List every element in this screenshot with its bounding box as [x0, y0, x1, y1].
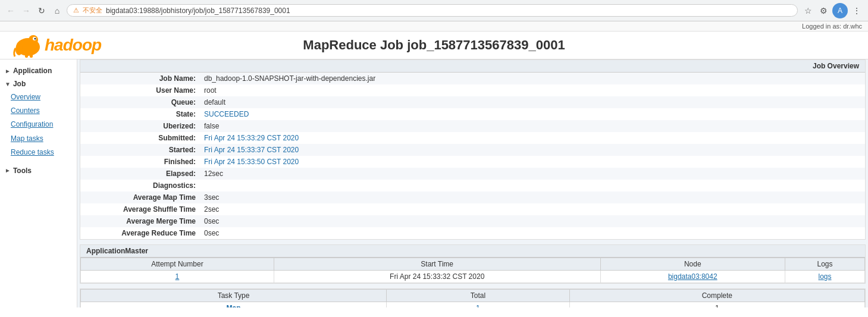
table-row: Elapsed: 12sec — [80, 168, 865, 180]
field-label: Submitted: — [80, 132, 199, 144]
field-label: Average Shuffle Time — [80, 203, 199, 215]
menu-button[interactable]: ⋮ — [850, 4, 863, 17]
field-label: Elapsed: — [80, 168, 199, 180]
field-label: Finished: — [80, 156, 199, 168]
table-row: User Name: root — [80, 84, 865, 96]
application-master-section: ApplicationMaster Attempt Number Start T… — [80, 244, 866, 284]
address-bar[interactable]: ⚠ 不安全 bigdata03:19888/jobhistory/job/job… — [67, 4, 798, 17]
sidebar-tools-section[interactable]: ► Tools — [0, 164, 77, 177]
task-type-map: Map — [81, 302, 387, 308]
field-label: User Name: — [80, 84, 199, 96]
col-total: Total — [387, 290, 570, 302]
home-button[interactable]: ⌂ — [51, 5, 63, 17]
app-header: hadoop MapReduce Job job_1587713567839_0… — [0, 32, 868, 59]
map-link[interactable]: Map — [227, 304, 241, 307]
field-label: Average Reduce Time — [80, 227, 199, 239]
task-summary-section: Task Type Total Complete Map 1 — [80, 288, 866, 307]
sidebar-item-counters[interactable]: Counters — [0, 104, 77, 118]
url-text: bigdata03:19888/jobhistory/job/job_15877… — [106, 7, 791, 15]
sidebar-item-configuration[interactable]: Configuration — [0, 118, 77, 131]
table-row: Queue: default — [80, 96, 865, 108]
browser-bar: ← → ↻ ⌂ ⚠ 不安全 bigdata03:19888/jobhistory… — [0, 0, 868, 21]
elephant-logo-icon — [12, 30, 45, 60]
map-total[interactable]: 1 — [387, 302, 570, 308]
table-row: Map 1 1 — [81, 302, 865, 308]
not-secure-label: 不安全 — [83, 6, 102, 15]
browser-actions: ☆ ⚙ A ⋮ — [801, 3, 863, 18]
am-logs[interactable]: logs — [785, 271, 865, 283]
col-start-time: Start Time — [274, 258, 600, 271]
field-value: 0sec — [199, 215, 865, 227]
back-button[interactable]: ← — [5, 5, 17, 17]
logged-in-bar: Logged in as: dr.whc — [0, 21, 868, 32]
field-label: Diagnostics: — [80, 180, 199, 192]
field-label: Average Merge Time — [80, 215, 199, 227]
sidebar-application-section[interactable]: ► Application — [0, 64, 77, 77]
col-complete: Complete — [569, 290, 864, 302]
content-area: Job Overview Job Name: db_hadoop-1.0-SNA… — [77, 59, 868, 307]
svg-rect-6 — [30, 53, 33, 58]
job-info-table: Job Name: db_hadoop-1.0-SNAPSHOT-jar-wit… — [80, 73, 865, 239]
main-layout: ► Application ▼ Job Overview Counters Co… — [0, 59, 868, 307]
tools-label: Tools — [13, 167, 32, 175]
field-label: Uberized: — [80, 120, 199, 132]
table-row: Finished: Fri Apr 24 15:33:50 CST 2020 — [80, 156, 865, 168]
logo-text: hadoop — [45, 36, 101, 55]
extensions-button[interactable]: ⚙ — [817, 4, 830, 17]
table-header-row: Attempt Number Start Time Node Logs — [81, 258, 865, 271]
job-overview-title: Job Overview — [80, 60, 865, 73]
table-row: Started: Fri Apr 24 15:33:37 CST 2020 — [80, 144, 865, 156]
am-header: ApplicationMaster — [80, 245, 865, 258]
table-row: Uberized: false — [80, 120, 865, 132]
hadoop-logo[interactable]: hadoop — [12, 30, 101, 60]
tools-arrow-icon: ► — [5, 167, 11, 174]
sidebar: ► Application ▼ Job Overview Counters Co… — [0, 59, 77, 307]
table-row: Average Merge Time 0sec — [80, 215, 865, 227]
application-arrow-icon: ► — [5, 68, 11, 74]
user-avatar[interactable]: A — [832, 3, 848, 18]
job-arrow-icon: ▼ — [5, 81, 11, 87]
page-title: MapReduce Job job_1587713567839_0001 — [303, 37, 565, 53]
job-label: Job — [13, 80, 26, 88]
security-icon: ⚠ — [73, 7, 79, 14]
col-attempt-number: Attempt Number — [81, 258, 274, 271]
sidebar-item-reduce-tasks[interactable]: Reduce tasks — [0, 146, 77, 159]
col-task-type: Task Type — [81, 290, 387, 302]
field-label: State: — [80, 108, 199, 120]
svg-point-1 — [15, 43, 23, 55]
sidebar-item-overview[interactable]: Overview — [0, 90, 77, 104]
field-value: default — [199, 96, 865, 108]
reload-button[interactable]: ↻ — [36, 5, 48, 17]
field-value: false — [199, 120, 865, 132]
table-row: Average Shuffle Time 2sec — [80, 203, 865, 215]
logged-in-text: Logged in as: dr.whc — [802, 23, 862, 30]
attempt-number[interactable]: 1 — [81, 271, 274, 283]
field-label: Job Name: — [80, 73, 199, 84]
am-node[interactable]: bigdata03:8042 — [600, 271, 785, 283]
field-value: root — [199, 84, 865, 96]
svg-point-4 — [35, 38, 36, 40]
table-row: Average Reduce Time 0sec — [80, 227, 865, 239]
bookmark-button[interactable]: ☆ — [801, 4, 814, 17]
task-attempt-container: Task Type Total Complete Map 1 — [80, 288, 866, 307]
forward-button[interactable]: → — [20, 5, 32, 17]
job-overview-panel: Job Overview Job Name: db_hadoop-1.0-SNA… — [80, 59, 866, 240]
svg-rect-5 — [25, 53, 28, 58]
application-label: Application — [13, 67, 52, 75]
field-value: 0sec — [199, 227, 865, 239]
field-label: Started: — [80, 144, 199, 156]
field-label: Queue: — [80, 96, 199, 108]
field-value: 2sec — [199, 203, 865, 215]
table-header-row: Task Type Total Complete — [81, 290, 865, 302]
field-value: db_hadoop-1.0-SNAPSHOT-jar-with-dependen… — [199, 73, 865, 84]
table-row: 1 Fri Apr 24 15:33:32 CST 2020 bigdata03… — [81, 271, 865, 283]
sidebar-item-map-tasks[interactable]: Map tasks — [0, 132, 77, 146]
table-row: Diagnostics: — [80, 180, 865, 192]
field-value-elapsed: 12sec — [199, 168, 865, 180]
table-row: Submitted: Fri Apr 24 15:33:29 CST 2020 — [80, 132, 865, 144]
map-complete: 1 — [569, 302, 864, 308]
am-table: Attempt Number Start Time Node Logs 1 Fr… — [80, 258, 865, 283]
sidebar-job-section[interactable]: ▼ Job — [0, 77, 77, 90]
table-row: State: SUCCEEDED — [80, 108, 865, 120]
table-row: Job Name: db_hadoop-1.0-SNAPSHOT-jar-wit… — [80, 73, 865, 84]
